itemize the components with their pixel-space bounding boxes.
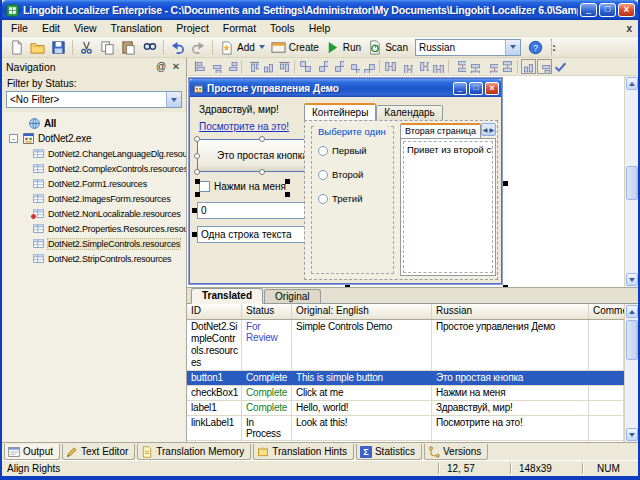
tree-item-resource[interactable]: DotNet2.ChangeLanguageDlg.resources xyxy=(2,146,186,161)
selection-handle[interactable] xyxy=(503,181,508,186)
selection-handle[interactable] xyxy=(192,208,197,213)
remove-vertical-spacing-icon[interactable] xyxy=(499,59,515,75)
align-middles-icon[interactable] xyxy=(260,59,276,75)
scroll-down-icon[interactable] xyxy=(626,428,638,441)
toolbar-options-grip[interactable] xyxy=(551,39,558,55)
menu-format[interactable]: Format xyxy=(216,21,263,35)
selection-handle[interactable] xyxy=(192,232,197,237)
table-row[interactable]: DotNet2.SimpleControls.resources For Rev… xyxy=(187,320,624,371)
run-button[interactable]: Run xyxy=(322,38,364,56)
column-russian[interactable]: Russian xyxy=(432,304,589,319)
equal-horizontal-spacing-icon[interactable] xyxy=(382,59,398,75)
close-button[interactable]: × xyxy=(618,3,635,17)
tab-text-editor[interactable]: Text Editor xyxy=(62,444,135,460)
align-rights-icon[interactable] xyxy=(223,59,239,75)
selection-handle[interactable] xyxy=(259,169,265,175)
grid-vertical-scrollbar[interactable] xyxy=(624,304,638,442)
tree-item-resource-nonlocalizable[interactable]: DotNet2.NonLocalizable.resources xyxy=(2,206,186,221)
selection-handle[interactable] xyxy=(195,179,200,184)
add-button[interactable]: Add xyxy=(216,38,268,56)
collapse-icon[interactable]: - xyxy=(9,134,18,143)
help-button[interactable] xyxy=(525,38,546,56)
menu-project[interactable]: Project xyxy=(169,21,216,35)
selection-handle[interactable] xyxy=(345,285,350,288)
tab-original[interactable]: Original xyxy=(264,289,320,303)
menu-translation[interactable]: Translation xyxy=(104,21,170,35)
check-translation-icon[interactable] xyxy=(552,59,568,75)
remove-horizontal-spacing-icon[interactable] xyxy=(430,59,446,75)
find-button[interactable] xyxy=(139,38,160,56)
form-designer-canvas[interactable]: Простое управления Демо _ □ × Здравствуй… xyxy=(187,76,638,288)
menu-help[interactable]: Help xyxy=(302,21,338,35)
preview-maximize-button[interactable]: □ xyxy=(469,82,483,95)
tab-scroll-buttons[interactable]: ◀ ▶ xyxy=(481,123,496,136)
make-same-size-icon[interactable] xyxy=(345,59,361,75)
language-combobox[interactable]: Russian xyxy=(415,39,521,56)
preview-minimize-button[interactable]: _ xyxy=(453,82,467,95)
decrease-vertical-spacing-icon[interactable] xyxy=(483,59,499,75)
align-tops-icon[interactable] xyxy=(244,59,260,75)
close-icon[interactable]: ✕ xyxy=(170,61,182,72)
selection-handle[interactable] xyxy=(194,153,200,159)
save-button[interactable] xyxy=(48,38,69,56)
tab-output[interactable]: Output xyxy=(4,444,60,460)
undo-button[interactable] xyxy=(167,38,188,56)
copy-button[interactable] xyxy=(97,38,118,56)
scrollbar-thumb[interactable] xyxy=(626,320,638,360)
scrollbar-thumb[interactable] xyxy=(626,166,638,200)
selection-handle[interactable] xyxy=(259,136,265,142)
tab-translation-memory[interactable]: Translation Memory xyxy=(137,444,251,460)
size-to-grid-icon[interactable] xyxy=(313,59,329,75)
tab-versions[interactable]: Versions xyxy=(424,444,488,460)
size-to-text-icon[interactable] xyxy=(361,59,377,75)
column-original[interactable]: Original: English xyxy=(292,304,432,319)
table-row[interactable]: label1 Complete Hello, world! Здравствуй… xyxy=(187,401,624,416)
make-same-height-icon[interactable] xyxy=(329,59,345,75)
scan-button[interactable]: Scan xyxy=(364,38,411,56)
preview-dialog[interactable]: Простое управления Демо _ □ × Здравствуй… xyxy=(189,78,502,284)
combobox-arrow[interactable] xyxy=(166,92,181,107)
decrease-horizontal-spacing-icon[interactable] xyxy=(414,59,430,75)
column-status[interactable]: Status xyxy=(242,304,292,319)
tree-item-resource[interactable]: DotNet2.Form1.resources xyxy=(2,176,186,191)
redo-button[interactable] xyxy=(188,38,209,56)
tree-item-resource-selected[interactable]: DotNet2.SimpleControls.resources xyxy=(2,236,186,251)
combobox-arrow[interactable] xyxy=(505,40,520,55)
cut-button[interactable] xyxy=(76,38,97,56)
increase-vertical-spacing-icon[interactable] xyxy=(467,59,483,75)
align-lefts-icon[interactable] xyxy=(191,59,207,75)
menu-edit[interactable]: Edit xyxy=(35,21,67,35)
look-at-this-link[interactable]: Посмотрите на это! xyxy=(199,121,289,132)
increase-horizontal-spacing-icon[interactable] xyxy=(398,59,414,75)
scroll-up-icon[interactable] xyxy=(626,77,638,90)
menu-file[interactable]: File xyxy=(4,21,35,35)
window-titlebar[interactable]: Lingobit Localizer Enterprise - C:\Docum… xyxy=(2,0,638,20)
minimize-button[interactable]: _ xyxy=(580,3,597,17)
selection-handle[interactable] xyxy=(285,192,290,197)
tab-statistics[interactable]: ΣStatistics xyxy=(356,444,422,460)
tab-translated[interactable]: Translated xyxy=(191,288,263,304)
pin-icon[interactable]: @ xyxy=(155,61,167,72)
tab-translation-hints[interactable]: Translation Hints xyxy=(253,444,354,460)
tree-item-resource[interactable]: DotNet2.ComplexControls.resources xyxy=(2,161,186,176)
radio-third[interactable]: Третий xyxy=(318,193,363,204)
tree-item-resource[interactable]: DotNet2.Properties.Resources.resources xyxy=(2,221,186,236)
tree-item-dotnet2-exe[interactable]: - DotNet2.exe xyxy=(2,131,186,146)
table-row[interactable]: checkBox1 Complete Click at me Нажми на … xyxy=(187,386,624,401)
checkbox-box[interactable] xyxy=(199,181,210,192)
open-button[interactable] xyxy=(27,38,48,56)
table-row[interactable]: linkLabel1 In Process Look at this! Посм… xyxy=(187,416,624,441)
menubar-close-icon[interactable]: x xyxy=(626,23,632,34)
status-filter-combobox[interactable]: <No Filter> xyxy=(6,91,182,108)
tab-containers[interactable]: Контейнеры xyxy=(304,103,376,120)
center-horizontally-icon[interactable] xyxy=(520,59,536,75)
maximize-button[interactable]: □ xyxy=(599,3,616,17)
scroll-up-icon[interactable] xyxy=(626,305,638,318)
radio-icon[interactable] xyxy=(318,170,328,180)
preview-close-button[interactable]: × xyxy=(485,82,499,95)
click-me-checkbox[interactable]: Нажми на меня xyxy=(199,181,286,192)
preview-dialog-titlebar[interactable]: Простое управления Демо _ □ × xyxy=(190,79,501,97)
selection-handle[interactable] xyxy=(194,169,200,175)
tab-calendar[interactable]: Календарь xyxy=(376,105,442,120)
radio-icon[interactable] xyxy=(318,194,328,204)
